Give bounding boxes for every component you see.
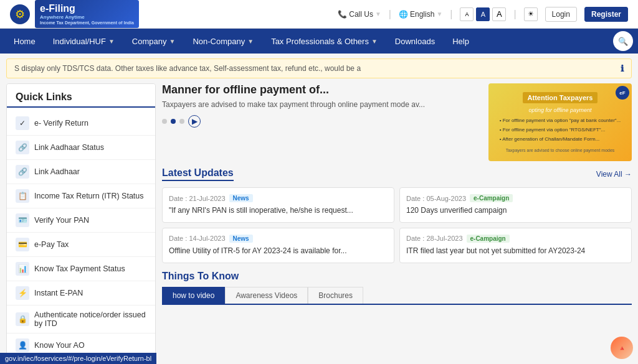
sidebar-item-verifypan[interactable]: 🪪 Verify Your PAN xyxy=(7,208,155,233)
update-card-4: Date : 28-Jul-2023 e-Campaign ITR filed … xyxy=(399,228,632,263)
phone-icon: 📞 xyxy=(338,10,347,19)
font-medium-btn[interactable]: A xyxy=(476,7,490,21)
carousel-dots: ▶ xyxy=(162,115,481,128)
login-button[interactable]: Login xyxy=(545,7,577,22)
update-date-1: Date : 21-Jul-2023 xyxy=(169,195,226,202)
aadhaar-badge: 🔺 xyxy=(611,337,633,359)
nav-company-label: Company xyxy=(132,37,167,46)
latest-updates-header: Latest Updates View All → xyxy=(162,167,632,181)
taxpaymentstatus-icon: 📊 xyxy=(16,262,29,276)
sidebar-item-epaytax[interactable]: 💳 e-Pay Tax xyxy=(7,233,155,257)
register-button[interactable]: Register xyxy=(584,7,628,22)
nav-help-label: Help xyxy=(452,37,469,46)
nav-taxpro[interactable]: Tax Professionals & Others ▼ xyxy=(262,29,386,54)
tab-awareness-videos[interactable]: Awareness Videos xyxy=(225,287,308,304)
logo-efiling-text: e-Filing xyxy=(40,2,134,14)
tab-brochures[interactable]: Brochures xyxy=(308,287,363,304)
bottom-link[interactable]: gov.in/iec/foservices/#/pre-login/eVerif… xyxy=(0,353,156,364)
knowao-icon: 👤 xyxy=(16,338,29,352)
carousel-dot-3[interactable] xyxy=(179,119,184,124)
image-footer: Taxpayers are advised to choose online p… xyxy=(506,148,615,152)
contrast-btn[interactable]: ☀ xyxy=(524,7,538,21)
info-icon[interactable]: ℹ xyxy=(621,63,624,73)
sidebar-title: Quick Links xyxy=(7,91,155,108)
lang-chevron: ▼ xyxy=(436,11,442,17)
sidebar: Quick Links ✓ e- Verify Return 🔗 Link Aa… xyxy=(6,83,156,357)
update-text-2: 120 Days unverified campaign xyxy=(406,205,625,216)
sidebar-item-label: e- Verify Return xyxy=(34,119,88,128)
sep2: | xyxy=(450,9,452,20)
nav-downloads[interactable]: Downloads xyxy=(386,29,444,54)
top-bar: ⚙ e-Filing Anywhere Anytime Income Tax D… xyxy=(0,0,638,29)
tab-how-to-video[interactable]: how to video xyxy=(162,287,225,304)
offline-desc: Taxpayers are advised to make tax paymen… xyxy=(162,100,481,109)
aadhaarstatus-icon: 🔗 xyxy=(16,141,29,154)
sidebar-item-label: Instant E-PAN xyxy=(34,289,83,297)
nav-company-chevron: ▼ xyxy=(169,38,176,45)
latest-updates-section: Latest Updates View All → Date : 21-Jul-… xyxy=(162,167,632,263)
efiling-badge: eF xyxy=(616,86,629,100)
logo-area: ⚙ e-Filing Anywhere Anytime Income Tax D… xyxy=(10,0,139,28)
sidebar-item-label: Know Your AO xyxy=(34,341,85,350)
sidebar-item-aadhaarstatus[interactable]: 🔗 Link Aadhaar Status xyxy=(7,136,155,160)
update-badge-2: e-Campaign xyxy=(470,194,513,202)
update-badge-1: News xyxy=(229,194,253,202)
sidebar-item-taxpaymentstatus[interactable]: 📊 Know Tax Payment Status xyxy=(7,257,155,281)
font-size-controls: A A A xyxy=(460,7,506,21)
sidebar-item-itrstatus[interactable]: 📋 Income Tax Return (ITR) Status xyxy=(7,184,155,208)
carousel-dot-2[interactable] xyxy=(171,119,176,124)
updates-grid: Date : 21-Jul-2023 News "If any NRI's PA… xyxy=(162,187,632,263)
offline-title: Manner for offline payment of... xyxy=(162,83,481,96)
language-selector[interactable]: 🌐 English ▼ xyxy=(399,10,442,19)
verifypan-icon: 🪪 xyxy=(16,213,29,227)
nav-home[interactable]: Home xyxy=(5,29,44,54)
linkaadhaar-icon: 🔗 xyxy=(16,165,29,179)
nav-noncompany-label: Non-Company xyxy=(193,37,245,46)
top-right-controls: 📞 Call Us ▼ | 🌐 English ▼ | A A A | ☀ Lo… xyxy=(338,7,628,22)
update-date-4: Date : 28-Jul-2023 xyxy=(406,235,463,242)
update-text-1: "If any NRI's PAN is still inoperative, … xyxy=(169,205,388,216)
update-card-1: Date : 21-Jul-2023 News "If any NRI's PA… xyxy=(162,187,394,223)
things-to-know-section: Things To Know how to video Awareness Vi… xyxy=(162,271,632,305)
font-large-btn[interactable]: A xyxy=(492,7,506,21)
sidebar-item-everify[interactable]: ✓ e- Verify Return xyxy=(7,111,155,136)
update-card-3: Date : 14-Jul-2023 News Offline Utility … xyxy=(162,228,394,263)
globe-icon: 🌐 xyxy=(399,10,408,19)
offline-text: Manner for offline payment of... Taxpaye… xyxy=(162,83,481,161)
offline-image-inner: Attention Taxpayers opting for offline p… xyxy=(488,83,632,161)
everify-icon: ✓ xyxy=(16,116,29,130)
efiling-logo: e-Filing Anywhere Anytime Income Tax Dep… xyxy=(35,0,139,28)
call-us-link[interactable]: 📞 Call Us ▼ xyxy=(338,10,381,19)
font-small-btn[interactable]: A xyxy=(460,7,474,21)
update-meta-3: Date : 14-Jul-2023 News xyxy=(169,235,388,243)
search-button[interactable]: 🔍 xyxy=(613,31,633,51)
search-icon: 🔍 xyxy=(618,37,628,46)
nav-downloads-label: Downloads xyxy=(395,37,435,46)
nav-help[interactable]: Help xyxy=(444,29,478,54)
notice-banner: S display only TDS/TCS data. Other taxes… xyxy=(6,58,632,78)
sep1: | xyxy=(389,9,391,20)
update-meta-4: Date : 28-Jul-2023 e-Campaign xyxy=(406,235,625,243)
update-date-3: Date : 14-Jul-2023 xyxy=(169,235,226,242)
carousel-next-btn[interactable]: ▶ xyxy=(188,115,201,128)
offline-image: Attention Taxpayers opting for offline p… xyxy=(488,83,632,161)
view-all-link[interactable]: View All → xyxy=(596,170,632,179)
sidebar-item-label: Know Tax Payment Status xyxy=(34,264,125,273)
things-tabs: how to video Awareness Videos Brochures xyxy=(162,287,632,305)
sidebar-item-instantepan[interactable]: ⚡ Instant E-PAN xyxy=(7,281,155,306)
nav-company[interactable]: Company ▼ xyxy=(123,29,184,54)
attention-subtitle: opting for offline payment xyxy=(528,107,591,113)
attention-heading: Attention Taxpayers xyxy=(523,92,598,103)
logo-subtitle: Income Tax Department, Government of Ind… xyxy=(40,21,134,26)
instantepan-icon: ⚡ xyxy=(16,286,29,300)
nav-individual-chevron: ▼ xyxy=(108,38,115,45)
update-date-2: Date : 05-Aug-2023 xyxy=(406,195,466,202)
nav-noncompany[interactable]: Non-Company ▼ xyxy=(184,29,262,54)
sidebar-item-authenticate[interactable]: 🔒 Authenticate notice/order issued by IT… xyxy=(7,306,155,334)
carousel-dot-1[interactable] xyxy=(162,119,167,124)
sidebar-item-linkaadhaar[interactable]: 🔗 Link Aadhaar xyxy=(7,160,155,184)
image-bullets: • For offline payment via option "pay at… xyxy=(500,117,621,145)
nav-taxpro-label: Tax Professionals & Others xyxy=(271,37,369,46)
sidebar-item-label: Verify Your PAN xyxy=(34,216,89,225)
nav-individual[interactable]: Individual/HUF ▼ xyxy=(44,29,123,54)
